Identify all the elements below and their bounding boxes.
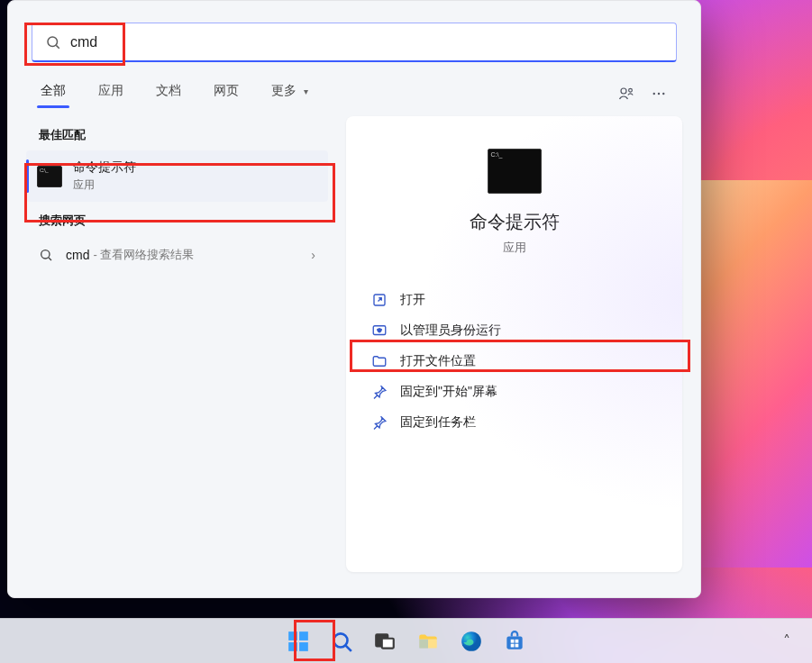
chevron-down-icon: ▾ xyxy=(304,86,308,96)
web-search-term: cmd xyxy=(66,248,89,262)
folder-icon xyxy=(371,353,388,369)
result-subtitle: 应用 xyxy=(73,177,136,193)
web-search-item[interactable]: cmd - 查看网络搜索结果 › xyxy=(26,236,328,274)
taskbar-start-button[interactable] xyxy=(279,622,317,660)
svg-rect-20 xyxy=(419,639,428,648)
action-label: 以管理员身份运行 xyxy=(400,322,501,339)
action-pin-to-start[interactable]: 固定到"开始"屏幕 xyxy=(362,377,666,407)
svg-line-8 xyxy=(49,258,51,260)
tab-all[interactable]: 全部 xyxy=(37,76,69,112)
svg-point-15 xyxy=(333,633,347,647)
action-label: 打开 xyxy=(400,292,425,308)
action-label: 打开文件位置 xyxy=(400,353,476,369)
best-match-header: 最佳匹配 xyxy=(39,127,319,143)
svg-point-3 xyxy=(629,88,633,92)
action-label: 固定到任务栏 xyxy=(400,414,476,431)
svg-rect-14 xyxy=(299,642,308,651)
search-box[interactable] xyxy=(32,23,677,62)
tab-label: 全部 xyxy=(41,83,66,97)
tab-label: 文档 xyxy=(156,83,181,97)
svg-rect-18 xyxy=(381,638,393,648)
search-more-icon[interactable] xyxy=(646,81,671,106)
tab-label: 应用 xyxy=(98,83,123,97)
tab-label: 更多 xyxy=(271,83,297,97)
svg-rect-13 xyxy=(288,642,297,651)
result-command-prompt[interactable]: 命令提示符 应用 xyxy=(26,150,328,202)
svg-rect-22 xyxy=(506,636,522,649)
tray-overflow-icon[interactable]: ˄ xyxy=(778,627,796,655)
results-panel: 最佳匹配 命令提示符 应用 搜索网页 cmd - 查看网络搜索结果 › xyxy=(26,116,337,572)
search-account-icon[interactable] xyxy=(614,81,639,106)
tab-more[interactable]: 更多 ▾ xyxy=(268,76,312,112)
details-subtitle: 应用 xyxy=(503,240,526,256)
search-input[interactable] xyxy=(70,34,663,50)
details-title: 命令提示符 xyxy=(470,210,560,234)
action-label: 固定到"开始"屏幕 xyxy=(400,384,497,400)
taskbar-microsoft-store-button[interactable] xyxy=(496,622,534,660)
action-pin-to-taskbar[interactable]: 固定到任务栏 xyxy=(362,407,666,438)
svg-point-5 xyxy=(658,93,660,95)
chevron-right-icon: › xyxy=(311,248,315,262)
svg-point-4 xyxy=(653,93,655,95)
taskbar-edge-button[interactable] xyxy=(452,622,490,660)
svg-line-1 xyxy=(56,45,59,48)
web-search-suffix: - 查看网络搜索结果 xyxy=(93,247,194,263)
svg-point-2 xyxy=(621,88,626,94)
web-search-header: 搜索网页 xyxy=(39,213,319,229)
search-icon xyxy=(39,248,53,262)
taskbar-task-view-button[interactable] xyxy=(366,622,404,660)
svg-rect-24 xyxy=(515,639,518,642)
cmd-icon xyxy=(488,149,542,194)
svg-point-7 xyxy=(41,250,50,259)
pin-icon xyxy=(371,384,388,400)
shield-admin-icon xyxy=(371,322,388,339)
search-flyout: 全部 应用 文档 网页 更多 ▾ 最佳匹配 命令提示符 xyxy=(7,0,701,598)
taskbar-search-button[interactable] xyxy=(323,622,360,660)
search-icon xyxy=(45,34,61,50)
action-open[interactable]: 打开 xyxy=(362,285,666,315)
cmd-icon xyxy=(37,166,62,187)
pin-icon xyxy=(371,414,388,431)
svg-rect-25 xyxy=(510,643,514,647)
action-open-file-location[interactable]: 打开文件位置 xyxy=(362,346,666,377)
svg-rect-12 xyxy=(299,631,308,640)
tab-web[interactable]: 网页 xyxy=(210,76,242,112)
taskbar: ˄ xyxy=(0,618,812,663)
svg-rect-26 xyxy=(515,643,518,647)
svg-point-0 xyxy=(48,37,58,47)
open-icon xyxy=(371,292,388,308)
taskbar-file-explorer-button[interactable] xyxy=(409,622,447,660)
taskbar-tray: ˄ xyxy=(778,619,796,663)
search-tabs: 全部 应用 文档 网页 更多 ▾ xyxy=(8,71,700,111)
svg-rect-11 xyxy=(288,631,297,640)
details-panel: 命令提示符 应用 打开 xyxy=(346,116,682,572)
svg-line-16 xyxy=(345,645,351,650)
svg-rect-23 xyxy=(510,639,514,642)
action-run-as-admin[interactable]: 以管理员身份运行 xyxy=(362,315,666,346)
tab-documents[interactable]: 文档 xyxy=(152,76,185,112)
tab-apps[interactable]: 应用 xyxy=(95,76,127,112)
tab-label: 网页 xyxy=(214,83,239,97)
svg-point-6 xyxy=(662,93,664,95)
result-title: 命令提示符 xyxy=(73,159,136,176)
details-actions: 打开 以管理员身份运行 xyxy=(346,272,682,450)
